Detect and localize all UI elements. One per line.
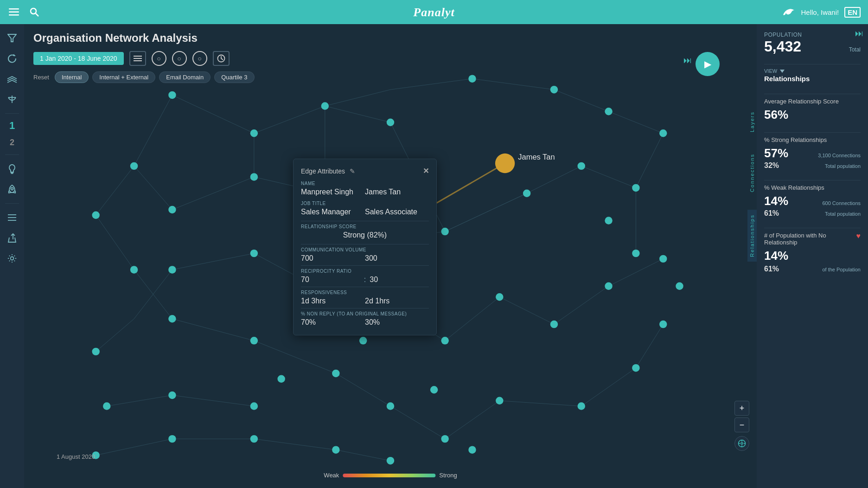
popup-person2-job: Sales Associate [365, 208, 429, 216]
edge-popup: Edge Attributes ✎ ✕ NAME Manpreet Singh … [293, 159, 437, 335]
svg-marker-129 [780, 70, 785, 73]
zoom-out-btn[interactable]: − [734, 417, 749, 432]
popup-close-btn[interactable]: ✕ [423, 167, 429, 175]
legend-strong: Strong [439, 472, 457, 479]
svg-point-77 [250, 173, 258, 180]
popup-commvol-row: 700 300 [301, 254, 429, 263]
population-label: Population [764, 32, 861, 38]
svg-point-117 [676, 282, 683, 289]
svg-line-42 [445, 297, 500, 340]
filter-icon[interactable] [4, 30, 20, 46]
svg-point-15 [11, 257, 14, 260]
svg-line-20 [172, 95, 254, 133]
language-badge[interactable]: EN [844, 7, 861, 18]
hamburger-icon[interactable] [7, 6, 20, 19]
circle-btn-2[interactable]: ○ [172, 51, 187, 66]
menu-icon-btn[interactable] [129, 51, 146, 66]
bulb-icon[interactable] [4, 161, 20, 177]
search-icon[interactable] [28, 6, 41, 19]
svg-line-33 [609, 111, 664, 133]
history-btn[interactable] [213, 51, 230, 66]
layers-icon[interactable] [4, 71, 20, 87]
zoom-in-btn[interactable]: + [734, 401, 749, 416]
divider-pop [764, 64, 861, 64]
rocket-icon[interactable] [4, 181, 20, 198]
circle-btn-3[interactable]: ○ [192, 51, 207, 66]
share-icon[interactable] [4, 230, 20, 246]
connections-tab[interactable]: Connections [747, 150, 757, 196]
svg-point-83 [659, 129, 667, 137]
timestamp: 1 August 2020 [57, 453, 95, 460]
chevron-down-icon [780, 70, 785, 73]
svg-line-34 [554, 90, 609, 111]
svg-line-60 [96, 439, 172, 455]
scale-icon[interactable] [4, 91, 20, 108]
view-row[interactable]: VIEW [764, 68, 861, 74]
svg-point-92 [496, 293, 503, 301]
svg-line-32 [636, 133, 663, 188]
settings-icon[interactable] [4, 250, 20, 267]
svg-point-110 [250, 402, 258, 410]
popup-person1-name: Manpreet Singh [301, 188, 365, 196]
population-value: 5,432 [764, 39, 801, 54]
popup-recip-2: 30 [370, 276, 429, 284]
popup-divider-3 [301, 265, 429, 266]
svg-line-63 [336, 450, 390, 461]
population-sub: Total [849, 46, 861, 53]
filter-quartile3[interactable]: Quartile 3 [214, 71, 254, 83]
svg-line-22 [325, 106, 390, 122]
popup-resp-2: 2d 1hrs [365, 297, 429, 305]
svg-point-71 [168, 91, 176, 99]
popup-edit-icon[interactable]: ✎ [350, 167, 355, 175]
nav-right: Hello, Iwani! EN [782, 6, 861, 19]
divider-view [764, 94, 861, 94]
divider-1 [5, 113, 19, 114]
heart-icon[interactable]: ♥ [856, 232, 861, 240]
circle-btn-1[interactable]: ○ [152, 51, 166, 66]
num-1[interactable]: 1 [6, 119, 19, 132]
weak-rel-total-pct: 61% [764, 209, 779, 218]
date-range-badge[interactable]: 1 Jan 2020 - 18 June 2020 [33, 52, 124, 65]
popup-nonreply-label: % NON REPLY (TO AN ORIGINAL MESSAGE) [301, 311, 429, 316]
weak-rel-section: % Weak Relationships 14% 600 Connections… [764, 184, 861, 218]
svg-line-43 [499, 297, 554, 324]
view-value: Relationships [764, 75, 861, 83]
weak-rel-total-label: Total population [825, 211, 861, 217]
filter-email-domain[interactable]: Email Domain [159, 71, 211, 83]
svg-point-113 [250, 435, 258, 443]
popup-divider-5 [301, 308, 429, 308]
list-icon[interactable] [4, 209, 20, 226]
popup-divider-4 [301, 287, 429, 287]
filter-internal-external[interactable]: Internal + External [92, 71, 155, 83]
weak-rel-label: % Weak Relationships [764, 184, 861, 191]
svg-line-54 [636, 324, 663, 368]
svg-point-80 [523, 189, 530, 197]
legend-bar: Weak Strong [324, 472, 457, 479]
layers-tab[interactable]: Layers [747, 108, 757, 136]
weak-rel-pct: 14% [764, 194, 788, 208]
refresh-icon[interactable] [4, 50, 20, 67]
svg-point-104 [632, 364, 639, 372]
panel-fastfwd-icon[interactable]: ⏭ [855, 29, 863, 39]
strong-rel-total-label: Total population [825, 163, 861, 169]
no-rel-section: # of Population with No Relationship ♥ 1… [764, 232, 861, 273]
relationships-tab[interactable]: Relationships [747, 210, 757, 262]
weak-rel-connections: 600 Connections [822, 200, 861, 206]
filter-internal[interactable]: Internal [55, 71, 89, 83]
svg-line-50 [390, 406, 445, 439]
svg-point-121 [430, 386, 438, 393]
popup-nonreply-1: 70% [301, 318, 365, 327]
reset-btn[interactable]: Reset [33, 74, 49, 81]
svg-point-115 [387, 457, 394, 464]
divider-avg [764, 132, 861, 133]
compass-btn[interactable] [734, 436, 749, 451]
node-james[interactable] [495, 154, 515, 173]
svg-point-118 [605, 217, 612, 224]
num-2[interactable]: 2 [6, 136, 19, 149]
svg-point-122 [468, 446, 476, 453]
svg-point-101 [441, 435, 448, 443]
svg-point-119 [277, 375, 285, 382]
svg-line-56 [96, 215, 134, 270]
svg-point-72 [250, 129, 258, 137]
svg-point-93 [550, 321, 558, 328]
